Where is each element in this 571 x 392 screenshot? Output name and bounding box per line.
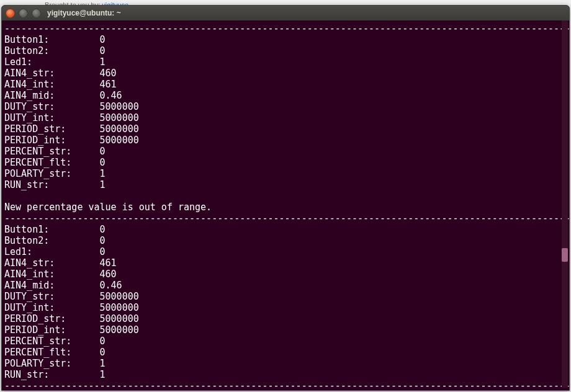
output-value: 461 <box>100 257 117 269</box>
output-label: Button1: <box>4 224 100 235</box>
output-label: AIN4_str: <box>4 68 100 79</box>
output-row: Button1:0 <box>4 224 565 235</box>
output-row: AIN4_str:460 <box>4 68 565 79</box>
output-row: RUN_str:1 <box>4 179 565 190</box>
output-value: 460 <box>100 269 117 280</box>
output-label: PERCENT_str: <box>4 336 100 347</box>
output-value: 0 <box>100 34 106 45</box>
divider-line: ----------------------------------------… <box>4 380 565 390</box>
output-label: Button1: <box>4 34 100 45</box>
scrollbar-thumb[interactable] <box>562 248 568 262</box>
output-value: 0.46 <box>100 280 122 291</box>
error-message: New percentage value is out of range. <box>4 202 565 213</box>
window-title: yigityuce@ubuntu: ~ <box>47 9 121 17</box>
output-row: PERIOD_str:5000000 <box>4 123 565 135</box>
output-label: DUTY_str: <box>4 291 100 302</box>
output-value: 0 <box>100 246 106 257</box>
output-value: 0 <box>100 157 106 168</box>
output-label: AIN4_str: <box>4 257 100 269</box>
output-value: 0 <box>100 235 106 246</box>
output-row: AIN4_mid:0.46 <box>4 90 565 101</box>
output-value: 5000000 <box>100 291 139 302</box>
output-value: 461 <box>100 79 117 90</box>
output-label: DUTY_str: <box>4 101 100 112</box>
output-label: AIN4_mid: <box>4 280 100 291</box>
output-value: 5000000 <box>100 135 139 146</box>
output-value: 0 <box>100 45 106 56</box>
output-label: PERIOD_int: <box>4 324 100 336</box>
output-row: DUTY_str:5000000 <box>4 101 565 112</box>
minimize-icon[interactable] <box>19 9 28 18</box>
output-value: 5000000 <box>100 302 139 313</box>
output-row: RUN_str:1 <box>4 369 565 380</box>
output-value: 1 <box>100 358 106 369</box>
output-value: 460 <box>100 68 117 79</box>
output-value: 0 <box>100 146 106 157</box>
output-value: 1 <box>100 369 106 380</box>
output-row: Button2:0 <box>4 45 565 56</box>
output-row: Button2:0 <box>4 235 565 246</box>
output-row: AIN4_mid:0.46 <box>4 280 565 291</box>
output-label: PERIOD_str: <box>4 123 100 135</box>
output-label: POLARTY_str: <box>4 168 100 179</box>
output-row: POLARTY_str:1 <box>4 358 565 369</box>
output-label: PERIOD_int: <box>4 135 100 146</box>
output-label: DUTY_int: <box>4 302 100 313</box>
output-label: AIN4_int: <box>4 269 100 280</box>
output-label: RUN_str: <box>4 369 100 380</box>
output-row: AIN4_str:461 <box>4 257 565 269</box>
output-value: 1 <box>100 168 106 179</box>
output-row: PERCENT_flt:0 <box>4 347 565 358</box>
output-value: 5000000 <box>100 112 139 123</box>
output-label: RUN_str: <box>4 179 100 190</box>
terminal-window: yigityuce@ubuntu: ~ --------------------… <box>1 5 570 391</box>
output-label: PERIOD_str: <box>4 313 100 324</box>
divider-line: ----------------------------------------… <box>4 213 565 224</box>
output-row: Led1:0 <box>4 246 565 257</box>
output-row: DUTY_int:5000000 <box>4 302 565 313</box>
output-label: Led1: <box>4 56 100 68</box>
output-value: 0 <box>100 336 106 347</box>
output-value: 1 <box>100 56 106 68</box>
output-value: 0 <box>100 224 106 235</box>
output-row: Button1:0 <box>4 34 565 45</box>
output-value: 0.46 <box>100 90 122 101</box>
terminal-output[interactable]: ----------------------------------------… <box>2 20 569 390</box>
output-label: Button2: <box>4 45 100 56</box>
output-row: PERCENT_str:0 <box>4 336 565 347</box>
output-label: AIN4_mid: <box>4 90 100 101</box>
output-label: POLARTY_str: <box>4 358 100 369</box>
output-row: PERCENT_str:0 <box>4 146 565 157</box>
output-value: 0 <box>100 347 106 358</box>
output-row: AIN4_int:460 <box>4 269 565 280</box>
output-value: 5000000 <box>100 313 139 324</box>
output-label: AIN4_int: <box>4 79 100 90</box>
output-value: 5000000 <box>100 123 139 135</box>
output-row: DUTY_str:5000000 <box>4 291 565 302</box>
maximize-icon[interactable] <box>32 9 41 18</box>
output-row: DUTY_int:5000000 <box>4 112 565 123</box>
output-value: 1 <box>100 179 106 190</box>
close-icon[interactable] <box>6 9 15 18</box>
output-label: Led1: <box>4 246 100 257</box>
scrollbar-track[interactable] <box>562 20 568 388</box>
output-row: PERIOD_str:5000000 <box>4 313 565 324</box>
output-row: AIN4_int:461 <box>4 79 565 90</box>
output-value: 5000000 <box>100 101 139 112</box>
output-label: PERCENT_flt: <box>4 157 100 168</box>
output-row: PERIOD_int:5000000 <box>4 135 565 146</box>
output-label: PERCENT_str: <box>4 146 100 157</box>
output-label: Button2: <box>4 235 100 246</box>
window-titlebar[interactable]: yigityuce@ubuntu: ~ <box>2 6 569 20</box>
blank-line <box>4 190 565 202</box>
output-row: PERCENT_flt:0 <box>4 157 565 168</box>
divider-line: ----------------------------------------… <box>4 23 565 34</box>
output-label: PERCENT_flt: <box>4 347 100 358</box>
output-row: Led1:1 <box>4 56 565 68</box>
output-value: 5000000 <box>100 324 139 336</box>
output-row: PERIOD_int:5000000 <box>4 324 565 336</box>
output-row: POLARTY_str:1 <box>4 168 565 179</box>
output-label: DUTY_int: <box>4 112 100 123</box>
